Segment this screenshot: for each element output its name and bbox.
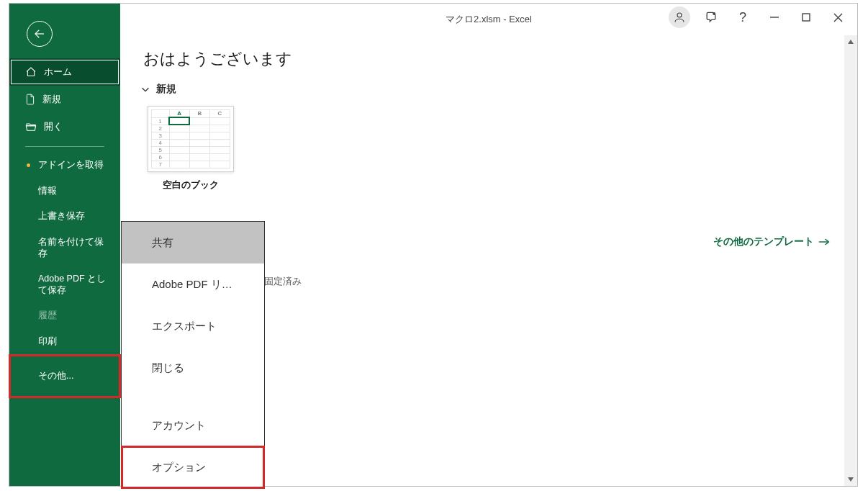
sidebar-item-more[interactable]: その他... (9, 355, 120, 398)
sidebar-item-history: 履歴 (9, 303, 120, 329)
flyout-options[interactable]: オプション (122, 446, 264, 488)
svg-rect-3 (803, 14, 810, 21)
sidebar-item-print[interactable]: 印刷 (9, 329, 120, 355)
new-section-header[interactable]: 新規 (140, 83, 837, 96)
file-icon (25, 94, 35, 105)
sidebar-item-label: ホーム (44, 66, 72, 78)
sidebar-secondary-list: アドインを取得 情報 上書き保存 名前を付けて保存 Adobe PDF として保… (9, 153, 120, 397)
scroll-up-button[interactable] (844, 35, 857, 48)
help-icon[interactable]: ? (728, 6, 758, 28)
sidebar-item-save-as-pdf[interactable]: Adobe PDF として保存 (9, 266, 120, 303)
more-menu-flyout: 共有 Adobe PDF リ… エクスポート 閉じる アカウント オプション (121, 221, 265, 489)
sidebar-divider (25, 146, 104, 147)
greeting-heading: おはようございます (143, 48, 837, 70)
help-feedback-icon[interactable] (696, 6, 726, 28)
account-icon[interactable] (669, 6, 690, 28)
maximize-button[interactable] (791, 6, 821, 28)
back-button[interactable] (27, 21, 53, 47)
app-window: マクロ2.xlsm - Excel ? (9, 3, 858, 487)
sidebar-item-save-as[interactable]: 名前を付けて保存 (9, 230, 120, 266)
scroll-down-button[interactable] (844, 473, 857, 486)
section-label: 新規 (156, 83, 176, 96)
svg-marker-9 (848, 477, 854, 482)
title-bar-controls: ? (669, 6, 853, 28)
more-templates-link[interactable]: その他のテンプレート (713, 235, 830, 248)
sidebar-item-save[interactable]: 上書き保存 (9, 204, 120, 230)
svg-point-1 (713, 13, 715, 15)
template-thumb: ABC 1 2 3 4 5 6 7 (148, 106, 234, 172)
template-label: 空白のブック (140, 179, 241, 192)
folder-open-icon (25, 122, 37, 132)
home-icon (25, 66, 37, 78)
sidebar-item-get-addins[interactable]: アドインを取得 (9, 153, 120, 179)
close-button[interactable] (823, 6, 853, 28)
flyout-account[interactable]: アカウント (122, 405, 264, 446)
flyout-separator (122, 389, 264, 405)
svg-marker-8 (848, 40, 854, 44)
svg-point-0 (677, 13, 682, 17)
scroll-track[interactable] (844, 48, 857, 473)
sidebar-item-label: 開く (44, 120, 63, 133)
template-list: ABC 1 2 3 4 5 6 7 空白のブック (140, 106, 837, 192)
flyout-export[interactable]: エクスポート (122, 305, 264, 347)
arrow-right-icon (818, 238, 830, 246)
title-bar: マクロ2.xlsm - Excel ? (120, 4, 857, 35)
sidebar-item-open[interactable]: 開く (9, 113, 120, 140)
sidebar-item-info[interactable]: 情報 (9, 179, 120, 204)
backstage-sidebar: ホーム 新規 開く アドインを取得 情報 上書き保存 名前を付けて保存 Adob… (9, 4, 120, 486)
sidebar-item-label: 新規 (42, 93, 61, 106)
flyout-adobe-pdf[interactable]: Adobe PDF リ… (122, 263, 264, 305)
sidebar-item-home[interactable]: ホーム (9, 58, 120, 86)
template-blank-workbook[interactable]: ABC 1 2 3 4 5 6 7 空白のブック (140, 106, 241, 192)
chevron-down-icon (140, 84, 150, 94)
minimize-button[interactable] (759, 6, 790, 28)
sidebar-item-new[interactable]: 新規 (9, 86, 120, 113)
flyout-share[interactable]: 共有 (122, 222, 264, 263)
pinned-tab[interactable]: 固定済み (264, 275, 302, 288)
vertical-scrollbar[interactable] (844, 35, 857, 486)
flyout-close[interactable]: 閉じる (122, 347, 264, 389)
